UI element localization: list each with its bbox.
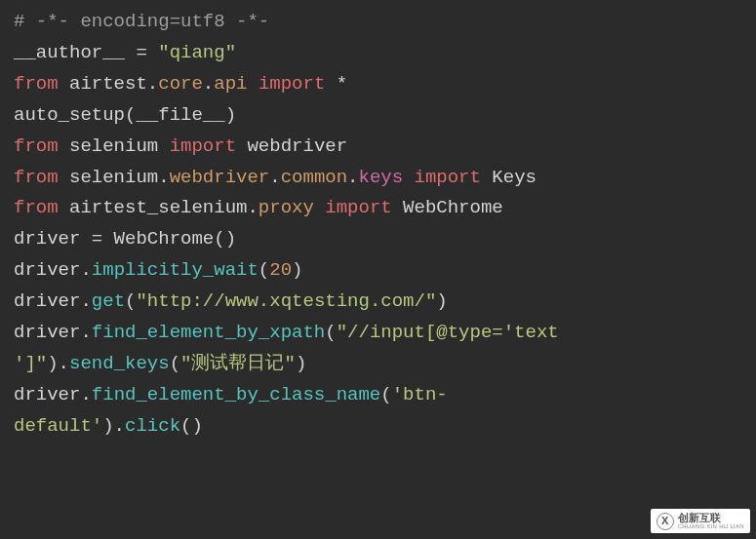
sub-core: core (158, 73, 203, 95)
driver-assign: driver = WebChrome() (14, 228, 236, 250)
kw-import: import (259, 73, 325, 95)
code-line-6: auto_setup(__file__) (14, 100, 742, 132)
method-find-xpath: find_element_by_xpath (92, 322, 325, 343)
var-author: __author__ (14, 42, 125, 63)
kw-from: from (14, 135, 59, 157)
code-line-9: from airtest_selenium.proxy import WebCh… (14, 193, 742, 224)
arg-file: __file__ (136, 104, 224, 126)
code-line-7: from selenium import webdriver (14, 132, 742, 163)
kw-import: import (325, 197, 391, 218)
sub-proxy: proxy (259, 197, 314, 218)
driver-obj: driver. (14, 322, 92, 343)
code-line-13a: driver.find_element_by_xpath("//input[@t… (14, 318, 742, 349)
comment-encoding: # -*- encoding=utf8 -*- (14, 11, 269, 32)
method-find-class: find_element_by_class_name (92, 384, 380, 405)
watermark-logo-letter: X (661, 512, 668, 529)
sub-api: api (214, 73, 247, 95)
code-block: # -*- encoding=utf8 -*- __author__ = "qi… (14, 7, 742, 443)
name-webchrome: WebChrome (403, 197, 503, 218)
code-line-8: from selenium.webdriver.common.keys impo… (14, 163, 742, 194)
kw-import: import (415, 167, 481, 188)
num-20: 20 (269, 259, 292, 281)
code-line-12: driver.get("http://www.xqtesting.com/") (14, 287, 742, 318)
star: * (337, 73, 347, 95)
string-xpath-1: "//input[@type='text (337, 322, 559, 343)
string-xpath-2: ']" (14, 353, 47, 374)
kw-import: import (170, 135, 236, 157)
string-author: "qiang" (158, 42, 236, 63)
name-keys: Keys (492, 167, 537, 188)
mod-airtest: airtest (69, 73, 147, 95)
kw-from: from (14, 73, 59, 95)
watermark-main-text: 创新互联 (678, 512, 744, 523)
watermark: X 创新互联 CHUANG XIN HU LIAN (651, 509, 750, 533)
driver-obj: driver. (14, 259, 92, 281)
mod-airtest-selenium: airtest_selenium (69, 197, 247, 218)
watermark-sub-text: CHUANG XIN HU LIAN (678, 523, 744, 530)
func-auto-setup: auto_setup (14, 104, 125, 126)
kw-from: from (14, 197, 59, 218)
mod-selenium: selenium (69, 167, 158, 188)
code-line-14a: driver.find_element_by_class_name('btn- (14, 380, 742, 411)
string-url: "http://www.xqtesting.com/" (136, 290, 436, 312)
string-btn-1: 'btn- (392, 384, 448, 405)
code-line-1: # -*- encoding=utf8 -*- (14, 7, 742, 38)
string-btn-2: default' (14, 415, 102, 437)
driver-obj: driver. (14, 384, 92, 405)
mod-selenium: selenium (69, 135, 158, 157)
code-line-11: driver.implicitly_wait(20) (14, 255, 742, 287)
code-line-4: from airtest.core.api import * (14, 69, 742, 100)
kw-from: from (14, 167, 59, 188)
name-webdriver: webdriver (247, 135, 347, 157)
op-eq: = (125, 42, 158, 63)
code-line-10: driver = WebChrome() (14, 224, 742, 255)
sub-keys: keys (359, 167, 404, 188)
sub-webdriver: webdriver (170, 167, 270, 188)
code-line-13b: ']").send_keys("测试帮日记") (14, 349, 742, 380)
watermark-logo-icon: X (657, 513, 674, 530)
sub-common: common (281, 167, 347, 188)
code-line-14b: default').click() (14, 411, 742, 443)
string-cjk: "测试帮日记" (180, 353, 296, 374)
method-implicitly-wait: implicitly_wait (92, 259, 259, 281)
driver-obj: driver. (14, 290, 92, 312)
method-get: get (92, 290, 125, 312)
method-send-keys: send_keys (69, 353, 170, 374)
code-line-2: __author__ = "qiang" (14, 38, 742, 69)
method-click: click (125, 415, 180, 437)
